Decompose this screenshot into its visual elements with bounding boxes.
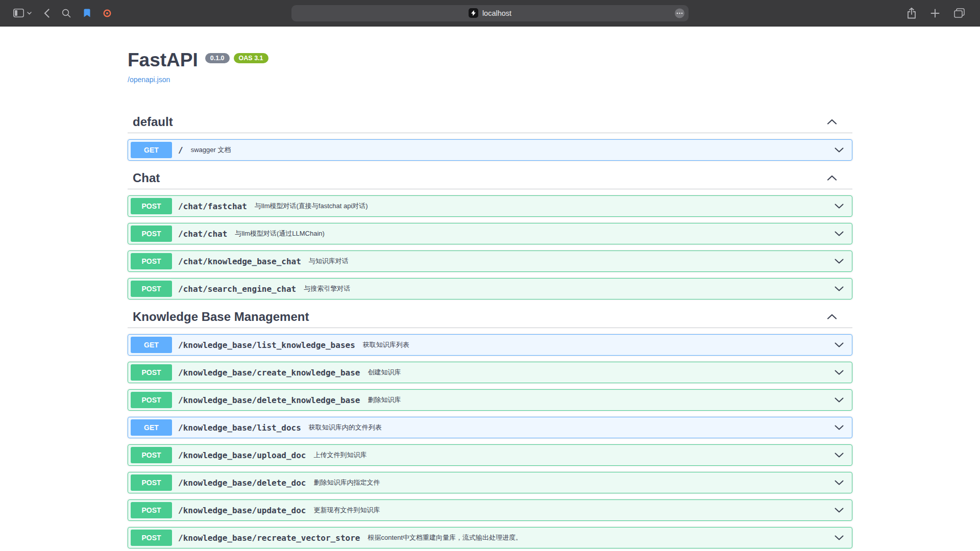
- method-badge: GET: [131, 142, 172, 158]
- endpoint-path: /knowledge_base/list_docs: [178, 423, 301, 433]
- site-favicon: [469, 8, 478, 18]
- endpoint-row[interactable]: POST /knowledge_base/delete_doc 删除知识库内指定…: [128, 472, 852, 493]
- method-badge: POST: [131, 530, 172, 546]
- endpoint-description: 与搜索引擎对话: [304, 284, 350, 293]
- expand-endpoint-button[interactable]: [835, 342, 844, 347]
- endpoint-row[interactable]: POST /chat/chat 与llm模型对话(通过LLMChain): [128, 223, 852, 244]
- endpoint-list: POST /chat/fastchat 与llm模型对话(直接与fastchat…: [128, 195, 852, 299]
- chevron-down-icon: [835, 370, 844, 375]
- tab-overview-button[interactable]: [954, 8, 965, 18]
- endpoint-description: 删除知识库: [368, 395, 401, 405]
- endpoint-description: 与llm模型对话(通过LLMChain): [235, 229, 325, 238]
- endpoint-row[interactable]: POST /knowledge_base/create_knowledge_ba…: [128, 362, 852, 383]
- expand-endpoint-button[interactable]: [835, 147, 844, 153]
- endpoint-row[interactable]: GET / swagger 文档: [128, 139, 852, 161]
- endpoint-path: /chat/chat: [178, 229, 227, 239]
- share-button[interactable]: [907, 8, 916, 19]
- sidebar-menu-button[interactable]: [27, 12, 32, 15]
- method-badge: POST: [131, 198, 172, 214]
- api-section: default GET / swagger 文档: [128, 111, 852, 161]
- page-title: FastAPI: [128, 49, 198, 71]
- endpoint-list: GET /knowledge_base/list_knowledge_bases…: [128, 334, 852, 548]
- endpoint-description: 与llm模型对话(直接与fastchat api对话): [255, 202, 368, 211]
- page-options-button[interactable]: [674, 8, 685, 18]
- endpoint-row[interactable]: GET /knowledge_base/list_docs 获取知识库内的文件列…: [128, 417, 852, 438]
- chevron-down-icon: [835, 204, 844, 209]
- method-badge: POST: [131, 281, 172, 297]
- method-badge: POST: [131, 253, 172, 269]
- endpoint-row[interactable]: POST /chat/fastchat 与llm模型对话(直接与fastchat…: [128, 195, 852, 217]
- extension-record-button[interactable]: [103, 9, 111, 17]
- collapse-section-button[interactable]: [827, 314, 837, 319]
- url-text: localhost: [482, 9, 511, 17]
- endpoint-row[interactable]: POST /knowledge_base/recreate_vector_sto…: [128, 527, 852, 548]
- openapi-spec-link[interactable]: /openapi.json: [128, 76, 170, 84]
- expand-endpoint-button[interactable]: [835, 508, 844, 513]
- endpoint-description: 获取知识库内的文件列表: [309, 423, 382, 432]
- expand-endpoint-button[interactable]: [835, 397, 844, 403]
- expand-endpoint-button[interactable]: [835, 259, 844, 264]
- chevron-down-icon: [835, 508, 844, 513]
- expand-endpoint-button[interactable]: [835, 231, 844, 236]
- section-header[interactable]: Chat: [128, 167, 852, 189]
- search-icon: [62, 9, 71, 18]
- expand-endpoint-button[interactable]: [835, 535, 844, 540]
- api-sections: default GET / swagger 文档 Chat POST /chat…: [128, 111, 852, 548]
- endpoint-description: 根据content中文档重建向量库，流式输出处理进度。: [368, 533, 522, 542]
- address-bar[interactable]: localhost: [291, 5, 689, 21]
- ellipsis-icon: [674, 8, 685, 18]
- endpoint-row[interactable]: POST /knowledge_base/delete_knowledge_ba…: [128, 389, 852, 411]
- browser-toolbar: localhost: [0, 0, 980, 27]
- endpoint-row[interactable]: POST /knowledge_base/update_doc 更新现有文件到知…: [128, 499, 852, 521]
- chevron-down-icon: [27, 12, 32, 15]
- expand-endpoint-button[interactable]: [835, 370, 844, 375]
- method-badge: POST: [131, 226, 172, 242]
- version-badge: 0.1.0: [205, 53, 230, 63]
- collapse-section-button[interactable]: [827, 175, 837, 181]
- chevron-down-icon: [835, 231, 844, 236]
- method-badge: POST: [131, 502, 172, 518]
- tabs-icon: [954, 8, 965, 18]
- back-button[interactable]: [44, 9, 50, 18]
- endpoint-row[interactable]: GET /knowledge_base/list_knowledge_bases…: [128, 334, 852, 356]
- method-badge: POST: [131, 474, 172, 491]
- expand-endpoint-button[interactable]: [835, 480, 844, 485]
- endpoint-path: /knowledge_base/delete_knowledge_base: [178, 395, 360, 405]
- expand-endpoint-button[interactable]: [835, 425, 844, 430]
- endpoint-path: /: [178, 145, 183, 155]
- chevron-up-icon: [827, 119, 837, 124]
- search-button[interactable]: [62, 9, 71, 18]
- chevron-down-icon: [835, 397, 844, 403]
- api-section: Knowledge Base Management GET /knowledge…: [128, 306, 852, 548]
- endpoint-path: /knowledge_base/recreate_vector_store: [178, 533, 360, 543]
- endpoint-path: /chat/search_engine_chat: [178, 284, 296, 294]
- chevron-up-icon: [827, 175, 837, 181]
- section-header[interactable]: default: [128, 111, 852, 133]
- chevron-down-icon: [835, 425, 844, 430]
- expand-endpoint-button[interactable]: [835, 204, 844, 209]
- target-extension-icon: [103, 9, 111, 17]
- collapse-section-button[interactable]: [827, 119, 837, 124]
- bookmark-extension-icon: [83, 9, 91, 17]
- endpoint-row[interactable]: POST /chat/search_engine_chat 与搜索引擎对话: [128, 278, 852, 299]
- chevron-down-icon: [835, 480, 844, 485]
- expand-endpoint-button[interactable]: [835, 453, 844, 458]
- method-badge: POST: [131, 392, 172, 408]
- endpoint-path: /knowledge_base/list_knowledge_bases: [178, 340, 355, 350]
- endpoint-row[interactable]: POST /knowledge_base/upload_doc 上传文件到知识库: [128, 444, 852, 466]
- chevron-down-icon: [835, 342, 844, 347]
- endpoint-path: /knowledge_base/create_knowledge_base: [178, 368, 360, 378]
- endpoint-path: /chat/knowledge_base_chat: [178, 257, 301, 266]
- sidebar-toggle-button[interactable]: [13, 9, 24, 17]
- endpoint-row[interactable]: POST /chat/knowledge_base_chat 与知识库对话: [128, 251, 852, 272]
- expand-endpoint-button[interactable]: [835, 286, 844, 291]
- new-tab-button[interactable]: [930, 9, 940, 18]
- content-wrapper: FastAPI 0.1.0 OAS 3.1 /openapi.json defa…: [128, 27, 852, 548]
- extension-bookmark-button[interactable]: [83, 9, 91, 17]
- endpoint-description: 删除知识库内指定文件: [313, 478, 380, 487]
- method-badge: POST: [131, 364, 172, 381]
- api-section: Chat POST /chat/fastchat 与llm模型对话(直接与fas…: [128, 167, 852, 299]
- swagger-page: FastAPI 0.1.0 OAS 3.1 /openapi.json defa…: [0, 27, 980, 551]
- section-header[interactable]: Knowledge Base Management: [128, 306, 852, 328]
- sidebar-icon: [13, 9, 24, 17]
